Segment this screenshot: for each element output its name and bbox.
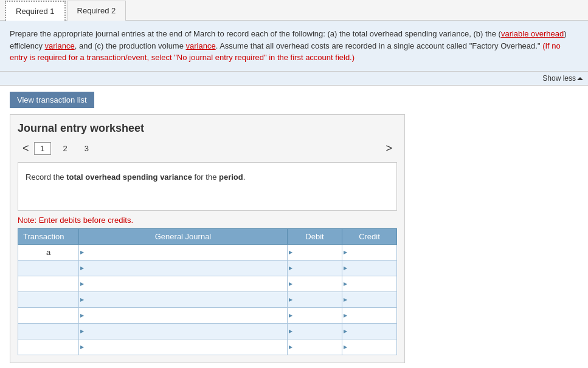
col-header-general-journal: General Journal xyxy=(79,228,288,244)
general-journal-cell[interactable] xyxy=(79,307,288,323)
note-text: Note: Enter debits before credits. xyxy=(18,216,397,225)
next-page-arrow[interactable]: > xyxy=(381,141,397,156)
credit-cell[interactable] xyxy=(342,276,397,291)
instructions-panel: Prepare the appropriate journal entries … xyxy=(0,21,588,72)
debit-cell[interactable] xyxy=(288,307,342,323)
general-journal-cell[interactable] xyxy=(79,291,288,307)
nav-row: < 1 2 3 > xyxy=(18,141,397,156)
table-row: a xyxy=(18,244,397,260)
general-journal-cell[interactable] xyxy=(79,339,288,355)
tab-required-1[interactable]: Required 1 xyxy=(5,1,66,21)
transaction-cell xyxy=(18,323,79,339)
credit-cell[interactable] xyxy=(342,291,397,307)
credit-cell[interactable] xyxy=(342,260,397,276)
transaction-cell: a xyxy=(18,244,79,260)
page-2-btn[interactable]: 2 xyxy=(58,143,72,154)
credit-cell[interactable] xyxy=(342,307,397,323)
debit-cell[interactable] xyxy=(288,244,342,260)
arrow-up-icon xyxy=(577,77,583,80)
transaction-cell xyxy=(18,291,79,307)
transaction-cell xyxy=(18,307,79,323)
worksheet-container: Journal entry worksheet < 1 2 3 > Record… xyxy=(10,114,405,363)
debit-cell[interactable] xyxy=(288,291,342,307)
col-header-transaction: Transaction xyxy=(18,228,79,244)
show-less-bar: Show less xyxy=(0,72,588,86)
instructions-text: Prepare the appropriate journal entries … xyxy=(10,29,567,62)
tab-required-2[interactable]: Required 2 xyxy=(67,1,126,21)
transaction-cell xyxy=(18,260,79,276)
table-row xyxy=(18,276,397,291)
table-row xyxy=(18,291,397,307)
table-row xyxy=(18,260,397,276)
table-row xyxy=(18,339,397,355)
description-box: Record the total overhead spending varia… xyxy=(18,162,397,211)
credit-cell[interactable] xyxy=(342,339,397,355)
worksheet-title: Journal entry worksheet xyxy=(18,122,397,135)
description-text: Record the total overhead spending varia… xyxy=(26,172,245,182)
col-header-credit: Credit xyxy=(342,228,397,244)
general-journal-cell[interactable] xyxy=(79,244,288,260)
debit-cell[interactable] xyxy=(288,276,342,291)
prev-page-arrow[interactable]: < xyxy=(18,141,34,156)
table-row xyxy=(18,323,397,339)
credit-cell[interactable] xyxy=(342,323,397,339)
credit-cell[interactable] xyxy=(342,244,397,260)
general-journal-cell[interactable] xyxy=(79,323,288,339)
view-transaction-button[interactable]: View transaction list xyxy=(10,92,94,108)
debit-cell[interactable] xyxy=(288,323,342,339)
debit-cell[interactable] xyxy=(288,339,342,355)
tabs-container: Required 1 Required 2 xyxy=(0,0,588,21)
journal-table: Transaction General Journal Debit Credit… xyxy=(18,228,397,355)
transaction-cell xyxy=(18,276,79,291)
general-journal-cell[interactable] xyxy=(79,260,288,276)
page-3-btn[interactable]: 3 xyxy=(80,143,94,154)
general-journal-cell[interactable] xyxy=(79,276,288,291)
col-header-debit: Debit xyxy=(288,228,342,244)
debit-cell[interactable] xyxy=(288,260,342,276)
table-row xyxy=(18,307,397,323)
transaction-cell xyxy=(18,339,79,355)
page-1-btn[interactable]: 1 xyxy=(34,142,51,155)
show-less-link[interactable]: Show less xyxy=(542,74,583,83)
